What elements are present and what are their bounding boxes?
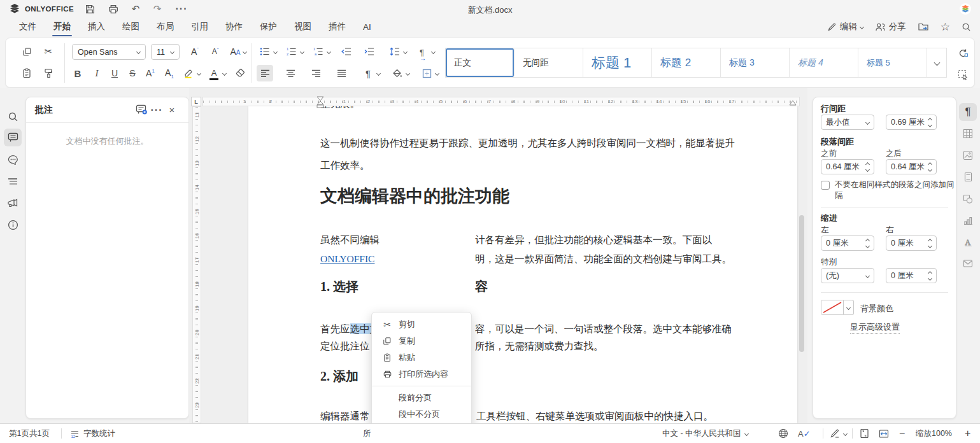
paragraph-marks-arrow[interactable] (374, 65, 383, 81)
background-color-swatch[interactable] (821, 300, 844, 315)
vertical-ruler[interactable]: 11121314151617181920212223 (192, 106, 201, 423)
context-menu-print-selection[interactable]: 打印所选内容 (372, 366, 471, 383)
fit-page-button[interactable] (860, 424, 869, 443)
favorite-button[interactable]: ☆ (941, 20, 950, 34)
context-menu-copy[interactable]: 复制 (372, 333, 471, 349)
shading-arrow[interactable] (403, 65, 412, 81)
spacing-after-input[interactable]: 0.64 厘米 (886, 159, 937, 174)
indent-right-input[interactable]: 0 厘米 (886, 236, 937, 251)
context-menu-page-break-before[interactable]: 段前分页 (372, 390, 471, 406)
style-heading4[interactable]: 标题 4 (790, 48, 858, 77)
spinner[interactable] (928, 272, 932, 280)
spell-check-button[interactable]: A✓ (798, 424, 811, 443)
doc-hyperlink[interactable]: ONLYOFFIC (320, 251, 374, 267)
menu-tab[interactable]: 绘图 (121, 18, 141, 35)
zoom-in-button[interactable]: + (965, 424, 970, 443)
undo-button[interactable]: ↶ (129, 3, 143, 15)
right-indent-marker-icon[interactable] (789, 100, 797, 106)
style-heading1[interactable]: 标题 1 (583, 48, 652, 77)
fit-width-button[interactable] (879, 424, 889, 443)
align-left-button[interactable] (257, 65, 273, 81)
menu-tab[interactable]: 开始 (52, 18, 72, 35)
document-language-button[interactable] (778, 424, 788, 443)
indent-left-input[interactable]: 0 厘米 (821, 236, 874, 251)
style-heading5[interactable]: 标题 5 (858, 48, 927, 77)
page-number-indicator[interactable]: 第1页共1页 (9, 424, 50, 443)
format-painter-button[interactable] (40, 65, 57, 81)
decrease-indent-button[interactable] (338, 43, 355, 60)
feedback-button[interactable] (4, 194, 22, 212)
zoom-level-button[interactable]: 缩放100% (916, 424, 952, 443)
context-menu-cut[interactable]: ✂剪切 (372, 316, 471, 333)
subscript-button[interactable]: A1 (161, 65, 178, 81)
menu-tab[interactable]: 文件 (18, 18, 38, 35)
search-button[interactable] (962, 22, 971, 32)
change-case-button[interactable]: AA (226, 43, 250, 60)
open-file-location-button[interactable] (918, 22, 929, 32)
menu-tab[interactable]: 引用 (190, 18, 209, 35)
track-changes-button[interactable] (830, 424, 847, 443)
paragraph-settings-tab[interactable]: ¶ (959, 103, 977, 121)
menu-tab[interactable]: 协作 (224, 18, 244, 35)
image-settings-tab[interactable] (959, 146, 977, 164)
bullets-arrow[interactable] (271, 43, 280, 60)
table-settings-tab[interactable] (959, 125, 977, 143)
superscript-button[interactable]: A1 (142, 65, 159, 81)
context-menu-keep-lines[interactable]: 段中不分页 (372, 406, 471, 423)
decrease-font-button[interactable]: Aˇ (207, 43, 224, 60)
style-heading3[interactable]: 标题 3 (721, 48, 790, 77)
spinner[interactable] (928, 239, 932, 248)
indent-marker-icon[interactable] (316, 96, 324, 109)
special-select[interactable]: (无) (821, 268, 874, 283)
menu-tab[interactable]: 保护 (259, 18, 278, 35)
borders-arrow[interactable] (432, 65, 441, 81)
menu-tab[interactable]: 布局 (155, 18, 175, 35)
style-normal[interactable]: 正文 (446, 48, 515, 77)
show-advanced-settings-link[interactable]: 显示高级设置 (850, 321, 900, 334)
text-art-settings-tab[interactable]: A (959, 233, 977, 251)
cut-button[interactable]: ✂ (40, 43, 57, 60)
underline-button[interactable]: U (106, 65, 123, 81)
chat-button[interactable] (4, 151, 22, 169)
shape-settings-tab[interactable] (959, 190, 977, 207)
font-name-select[interactable]: Open Sans (72, 44, 146, 60)
header-footer-settings-tab[interactable] (959, 168, 977, 186)
align-center-button[interactable] (282, 65, 299, 81)
menu-tab[interactable]: 插件 (327, 18, 347, 35)
select-all-button[interactable] (955, 66, 971, 83)
spinner[interactable] (866, 239, 869, 248)
italic-button[interactable]: I (89, 65, 105, 81)
word-count-button[interactable]: 12 字数统计 (70, 424, 115, 443)
special-amount-input[interactable]: 0 厘米 (886, 268, 937, 283)
copy-button[interactable] (18, 43, 35, 60)
navigation-button[interactable] (4, 172, 22, 190)
account-avatar[interactable] (960, 3, 971, 15)
align-right-button[interactable] (308, 65, 324, 81)
line-spacing-select[interactable]: 最小值 (821, 115, 874, 130)
highlight-color-arrow[interactable] (194, 65, 203, 81)
menu-tab[interactable]: 插入 (87, 18, 106, 35)
language-selector[interactable]: 中文 - 中华人民共和国 (662, 424, 748, 443)
vertical-scrollbar[interactable] (799, 88, 805, 423)
save-button[interactable] (83, 3, 97, 15)
share-button[interactable]: 分享 (875, 21, 906, 32)
quick-access-more-button[interactable]: ··· (174, 3, 188, 15)
find-button[interactable] (4, 108, 22, 125)
redo-button[interactable]: ↷ (150, 3, 164, 15)
context-menu-paragraph-advanced[interactable]: ¶段落高级设置 (372, 423, 471, 423)
horizontal-ruler[interactable]: 21 1234567891011121314151617 (202, 97, 800, 106)
chart-settings-tab[interactable] (959, 211, 977, 229)
multilevel-arrow[interactable] (324, 43, 333, 60)
increase-font-button[interactable]: Aˆ (187, 43, 203, 60)
line-spacing-amount-input[interactable]: 0.69 厘米 (886, 115, 937, 130)
scrollbar-thumb[interactable] (799, 215, 804, 352)
edit-mode-button[interactable]: 编辑 (827, 21, 863, 32)
numbering-arrow[interactable] (297, 43, 306, 60)
style-heading2[interactable]: 标题 2 (652, 48, 721, 77)
document-content[interactable]: 整无痕。 这一机制使得协作过程更易于跟踪、更加透明，尤其在多人跨时段审阅同一文档… (189, 88, 807, 423)
add-comment-button[interactable] (134, 102, 149, 118)
clear-format-button[interactable] (232, 65, 249, 81)
spinner[interactable] (928, 163, 932, 171)
spinner[interactable] (928, 118, 932, 127)
mail-merge-settings-tab[interactable] (959, 255, 977, 272)
